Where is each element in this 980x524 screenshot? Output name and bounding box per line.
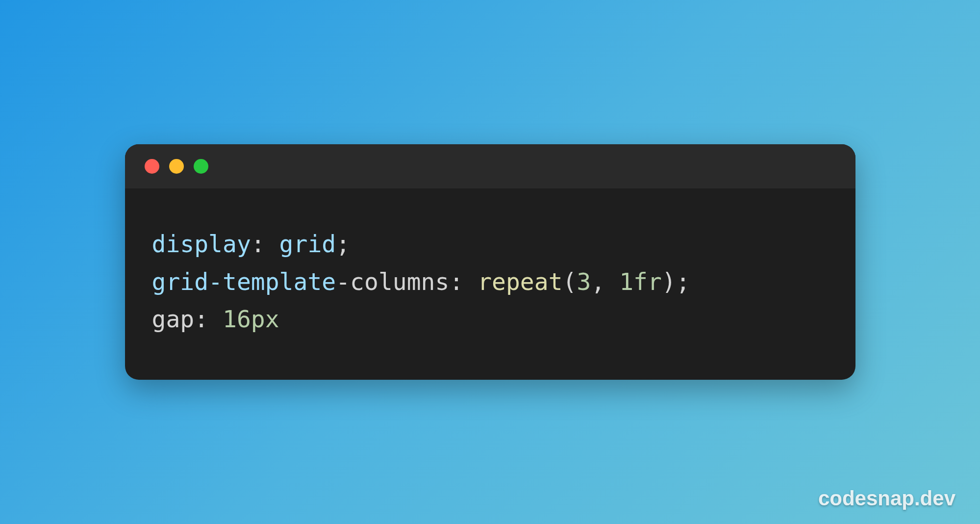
- code-token: ,: [591, 268, 619, 295]
- code-token: fr: [633, 268, 662, 295]
- code-token: gap:: [152, 305, 223, 333]
- code-window: display: grid; grid-template-columns: re…: [125, 144, 855, 380]
- code-token: px: [251, 305, 279, 333]
- code-line: gap: 16px: [152, 300, 829, 338]
- code-token: );: [662, 268, 690, 295]
- code-token: (: [563, 268, 577, 295]
- code-token: grid-template: [152, 268, 336, 295]
- code-token: 16: [223, 305, 251, 333]
- code-line: grid-template-columns: repeat(3, 1fr);: [152, 263, 829, 301]
- code-token: :: [251, 230, 279, 258]
- code-token: -columns:: [336, 268, 477, 295]
- maximize-icon[interactable]: [194, 159, 208, 174]
- code-line: display: grid;: [152, 225, 829, 263]
- code-token: 3: [577, 268, 591, 295]
- code-token: display: [152, 230, 251, 258]
- watermark: codesnap.dev: [818, 487, 955, 510]
- code-token: repeat: [477, 268, 562, 295]
- code-content: display: grid; grid-template-columns: re…: [125, 188, 855, 380]
- code-token: ;: [336, 230, 350, 258]
- minimize-icon[interactable]: [169, 159, 184, 174]
- code-token: 1: [619, 268, 633, 295]
- code-token: grid: [279, 230, 336, 258]
- close-icon[interactable]: [145, 159, 159, 174]
- title-bar: [125, 144, 855, 188]
